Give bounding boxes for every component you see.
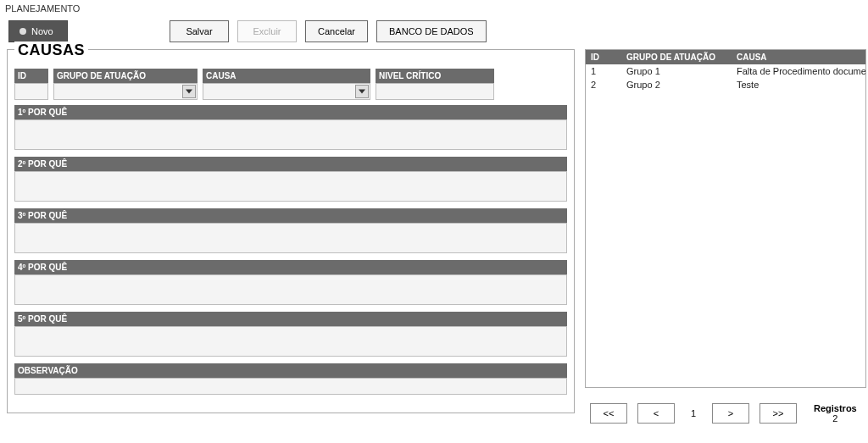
nivel-input[interactable]: [376, 83, 494, 100]
registros-count: 2: [814, 413, 857, 424]
table-row[interactable]: 2 Grupo 2 Teste: [586, 78, 865, 91]
registros-block: Registros 2: [814, 403, 857, 424]
pq5-label: 5º POR QUÊ: [14, 312, 567, 326]
grid-header-causa: CAUSA: [732, 50, 865, 64]
radio-icon: [19, 28, 26, 35]
cell-grupo: Grupo 2: [621, 78, 732, 91]
causas-form-panel: CAUSAS ID GRUPO DE ATUAÇÃO CAUSA: [7, 49, 575, 413]
grupo-label: GRUPO DE ATUAÇÃO: [53, 69, 198, 83]
form-legend: CAUSAS: [14, 42, 88, 59]
pager: << < 1 > >> Registros 2: [590, 403, 857, 424]
grid-header-grupo: GRUPO DE ATUAÇÃO: [621, 50, 732, 64]
salvar-button[interactable]: Salvar: [170, 20, 229, 42]
registros-label: Registros: [814, 403, 857, 413]
field-nivel: NIVEL CRÍTICO: [376, 69, 494, 100]
nivel-label: NIVEL CRÍTICO: [376, 69, 494, 83]
pq1-input[interactable]: [14, 119, 567, 150]
page-title: PLANEJAMENTO: [0, 0, 868, 17]
grid-header-id: ID: [586, 50, 621, 64]
pq4-label: 4º POR QUÊ: [14, 260, 567, 274]
section-pq3: 3º POR QUÊ: [14, 208, 567, 255]
id-label: ID: [14, 69, 48, 83]
cell-causa: Teste: [732, 78, 865, 91]
excluir-button: Excluir: [237, 20, 297, 42]
novo-label: Novo: [31, 26, 53, 36]
section-pq4: 4º POR QUÊ: [14, 260, 567, 307]
pager-last-button[interactable]: >>: [760, 403, 797, 424]
cell-grupo: Grupo 1: [621, 64, 732, 78]
pager-prev-button[interactable]: <: [637, 403, 675, 424]
field-causa: CAUSA: [203, 69, 370, 100]
toolbar: Novo Salvar Excluir Cancelar BANCO DE DA…: [0, 17, 868, 49]
section-obs: OBSERVAÇÃO: [14, 363, 567, 396]
table-row[interactable]: 1 Grupo 1 Falta de Procedimento document…: [586, 64, 865, 78]
pager-first-button[interactable]: <<: [590, 403, 627, 424]
pq5-input[interactable]: [14, 326, 567, 357]
section-pq2: 2º POR QUÊ: [14, 157, 567, 203]
causa-select[interactable]: [203, 83, 370, 100]
id-input[interactable]: [14, 83, 48, 100]
grid-panel: ID GRUPO DE ATUAÇÃO CAUSA 1 Grupo 1 Falt…: [585, 49, 866, 388]
pq2-label: 2º POR QUÊ: [14, 157, 567, 171]
cancelar-button[interactable]: Cancelar: [305, 20, 368, 42]
pq3-label: 3º POR QUÊ: [14, 208, 567, 223]
field-row-top: ID GRUPO DE ATUAÇÃO CAUSA NIVEL CRÍTICO: [14, 69, 567, 100]
banco-dados-button[interactable]: BANCO DE DADOS: [376, 20, 487, 42]
pager-next-button[interactable]: >: [712, 403, 749, 424]
cell-id: 1: [586, 64, 621, 78]
cell-causa: Falta de Procedimento documentado: [732, 64, 865, 78]
pq4-input[interactable]: [14, 274, 567, 305]
section-pq5: 5º POR QUÊ: [14, 312, 567, 358]
novo-button[interactable]: Novo: [8, 20, 68, 42]
grupo-select[interactable]: [53, 83, 198, 100]
pq1-label: 1º POR QUÊ: [14, 105, 567, 119]
field-id: ID: [14, 69, 48, 100]
obs-input[interactable]: [14, 378, 567, 395]
cell-id: 2: [586, 78, 621, 91]
pq2-input[interactable]: [14, 171, 567, 202]
obs-label: OBSERVAÇÃO: [14, 363, 567, 378]
field-grupo: GRUPO DE ATUAÇÃO: [53, 69, 198, 100]
grid-header: ID GRUPO DE ATUAÇÃO CAUSA: [586, 50, 865, 64]
pager-page-number: 1: [685, 408, 702, 418]
causa-label: CAUSA: [203, 69, 370, 83]
pq3-input[interactable]: [14, 223, 567, 253]
section-pq1: 1º POR QUÊ: [14, 105, 567, 152]
